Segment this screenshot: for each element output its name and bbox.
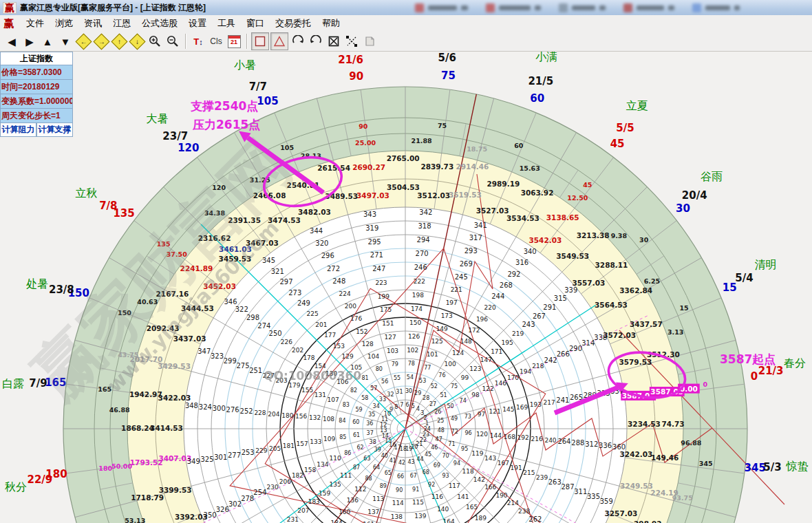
next-arrow-icon[interactable]: ▶ [21,33,38,50]
prev-arrow-icon[interactable]: ◀ [3,33,20,50]
svg-text:146: 146 [495,380,506,387]
diamond-right-icon[interactable]: → [93,33,109,50]
square-tool-icon[interactable] [251,32,269,50]
menu-item-6[interactable]: 工具 [212,15,241,32]
svg-text:59: 59 [355,407,362,413]
svg-text:156: 156 [295,413,307,420]
svg-text:160: 160 [339,509,350,515]
svg-text:131: 131 [314,392,326,398]
svg-text:271: 271 [370,251,383,259]
svg-text:101: 101 [427,351,438,358]
svg-text:56: 56 [381,378,388,385]
svg-text:21/3: 21/3 [758,365,784,377]
diamond-up-icon[interactable]: ↑ [111,33,127,50]
svg-text:3504.53: 3504.53 [387,183,420,191]
svg-text:201: 201 [315,321,327,328]
svg-text:69: 69 [434,462,440,469]
svg-text:269: 269 [460,260,473,268]
menu-item-9[interactable]: 帮助 [317,15,345,32]
diamond-down-icon[interactable]: ↓ [129,33,145,50]
svg-text:217: 217 [543,399,555,406]
svg-text:243: 243 [522,321,535,328]
menu-item-3[interactable]: 江恩 [107,15,136,32]
svg-text:3414.53: 3414.53 [150,424,183,432]
svg-text:102: 102 [407,347,418,354]
menu-item-1[interactable]: 浏览 [50,15,78,32]
rotate-ccw-icon[interactable] [290,33,306,50]
svg-text:2: 2 [424,415,427,421]
support-pressure-annotation: 压力2615点 [192,118,260,131]
svg-text:136: 136 [347,497,359,504]
svg-text:178: 178 [303,354,314,361]
svg-text:314: 314 [581,339,595,347]
svg-text:96.88: 96.88 [681,439,701,447]
svg-text:3362.84: 3362.84 [619,286,652,295]
svg-text:149: 149 [436,325,448,332]
calc-resistance-button[interactable]: 计算阻力 [0,123,36,137]
svg-text:3242.03: 3242.03 [620,450,653,458]
svg-text:3482.03: 3482.03 [298,208,331,216]
menu-item-8[interactable]: 交易委托 [270,15,317,32]
page-icon[interactable] [361,33,378,50]
svg-text:83: 83 [343,402,350,408]
svg-text:2839.73: 2839.73 [420,162,453,171]
down-arrow-icon[interactable]: ▼ [57,33,74,50]
svg-text:24: 24 [424,426,431,432]
expand-cross-icon[interactable] [343,33,360,50]
svg-text:3549.53: 3549.53 [556,252,589,260]
zoom-in-icon[interactable] [147,33,163,50]
t-updown-icon[interactable]: T↕ [190,33,206,50]
svg-text:37: 37 [367,430,374,436]
svg-text:296: 296 [321,252,334,259]
svg-text:202: 202 [292,347,303,354]
svg-text:321: 321 [271,268,284,275]
svg-text:100: 100 [444,361,456,367]
cls-button[interactable]: Cls [208,33,224,50]
start-point-annotation: 3587起点 [720,352,776,366]
svg-text:48: 48 [438,427,445,434]
calc-support-button[interactable]: 计算支撑 [36,123,73,137]
menu-item-7[interactable]: 窗口 [241,15,270,32]
gann-wheel-chart-area[interactable]: 3587.033587.033579.533512.303572.033437.… [0,0,812,523]
svg-text:277: 277 [228,451,241,459]
svg-text:44: 44 [416,456,423,462]
menu-item-4[interactable]: 公式选股 [136,15,183,32]
svg-text:60: 60 [352,419,359,425]
svg-text:270: 270 [416,250,429,257]
box-x-icon[interactable] [325,33,342,50]
svg-text:120: 120 [178,142,199,154]
svg-text:276: 276 [226,406,239,414]
svg-text:103: 103 [387,348,398,354]
svg-text:339: 339 [564,286,577,294]
svg-text:226: 226 [281,339,292,345]
rotate-cw-icon[interactable] [308,33,324,50]
svg-text:2765.00: 2765.00 [387,154,420,162]
svg-text:324: 324 [199,403,212,411]
up-arrow-icon[interactable]: ▲ [39,33,56,50]
menu-item-2[interactable]: 资讯 [78,15,107,32]
svg-text:204: 204 [268,411,279,418]
svg-text:111: 111 [340,472,352,479]
svg-text:359: 359 [600,498,613,505]
svg-text:133: 133 [310,438,321,445]
svg-text:288: 288 [571,439,584,447]
zoom-out-icon[interactable] [164,33,181,50]
diamond-left-icon[interactable]: ← [75,33,92,50]
svg-text:45: 45 [583,181,592,189]
svg-text:348: 348 [185,402,198,409]
calendar-icon[interactable]: 21 [226,33,242,50]
svg-text:200: 200 [345,303,356,310]
svg-text:290: 290 [569,345,582,352]
svg-text:124: 124 [452,350,464,356]
svg-text:45: 45 [610,138,625,150]
svg-text:32: 32 [387,392,394,398]
svg-text:50.00: 50.00 [111,462,132,470]
svg-text:149.46: 149.46 [651,453,679,462]
svg-text:93: 93 [442,473,449,479]
menu-item-0[interactable]: 文件 [21,15,50,32]
triangle-tool-icon[interactable] [270,32,288,50]
svg-text:115: 115 [412,499,424,506]
menu-item-5[interactable]: 设置 [183,15,212,32]
svg-text:41: 41 [389,458,396,464]
svg-text:26: 26 [434,409,441,415]
